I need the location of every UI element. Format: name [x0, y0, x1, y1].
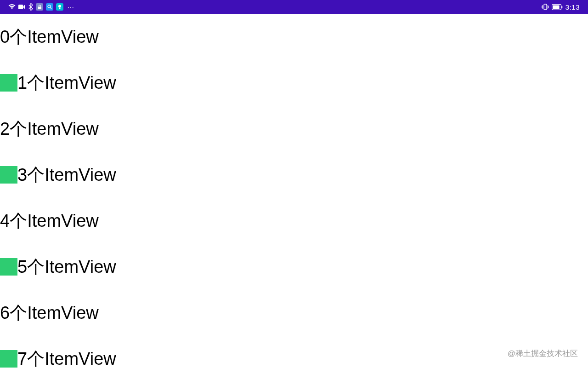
watermark: @稀土掘金技术社区 — [508, 348, 578, 359]
item-marker-icon — [0, 74, 17, 92]
svg-point-2 — [48, 5, 51, 8]
svg-rect-0 — [18, 5, 23, 9]
svg-rect-12 — [553, 5, 559, 9]
item-label: 0个ItemView — [0, 28, 99, 46]
video-icon — [18, 4, 26, 10]
item-marker-icon — [0, 166, 17, 184]
status-time: 3:13 — [565, 3, 580, 11]
list-item[interactable]: 3个ItemView — [0, 152, 588, 198]
status-left: ··· — [8, 3, 74, 11]
item-label: 2个ItemView — [0, 120, 99, 138]
list-item[interactable]: 1个ItemView — [0, 60, 588, 106]
bluetooth-icon — [28, 3, 33, 11]
vibrate-icon — [542, 4, 549, 10]
list-item[interactable]: 0个ItemView — [0, 14, 588, 60]
list-item[interactable]: 4个ItemView — [0, 198, 588, 244]
list-container[interactable]: 0个ItemView1个ItemView2个ItemView3个ItemView… — [0, 14, 588, 368]
item-label: 7个ItemView — [17, 350, 116, 368]
item-marker-icon — [0, 258, 17, 276]
list-item[interactable]: 7个ItemView — [0, 336, 588, 368]
list-item[interactable]: 2个ItemView — [0, 106, 588, 152]
item-label: 1个ItemView — [17, 74, 116, 92]
svg-rect-6 — [544, 4, 547, 10]
item-label: 6个ItemView — [0, 304, 99, 322]
search-icon — [46, 3, 53, 11]
svg-rect-1 — [38, 6, 41, 9]
svg-point-4 — [58, 5, 61, 8]
svg-rect-5 — [59, 8, 61, 9]
item-label: 4个ItemView — [0, 212, 99, 230]
list-item[interactable]: 5个ItemView — [0, 244, 588, 290]
item-label: 5个ItemView — [17, 258, 116, 276]
status-bar: ··· 3:13 — [0, 0, 588, 14]
item-marker-icon — [0, 350, 17, 368]
battery-icon — [552, 4, 563, 10]
list-item[interactable]: 6个ItemView — [0, 290, 588, 336]
status-right: 3:13 — [542, 3, 580, 11]
svg-line-3 — [50, 7, 51, 9]
lock-icon — [36, 3, 43, 11]
more-icon: ··· — [68, 4, 74, 10]
wifi-icon — [8, 4, 16, 10]
bulb-icon — [56, 3, 63, 11]
svg-rect-13 — [561, 6, 562, 8]
item-label: 3个ItemView — [17, 166, 116, 184]
